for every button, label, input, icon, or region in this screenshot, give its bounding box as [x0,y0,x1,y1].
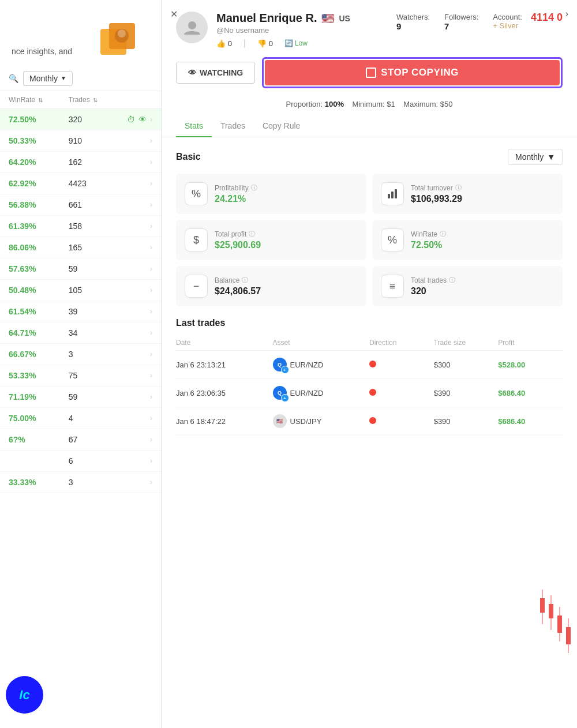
close-button[interactable]: ✕ [170,9,178,20]
list-item[interactable]: 71.19% 59 › [0,386,161,408]
trade-asset: 🇺🇸 USD/JPY [273,414,370,428]
list-item[interactable]: 86.06% 165 › [0,237,161,258]
trade-size: $390 [434,417,499,426]
list-item[interactable]: 56.88% 661 › [0,194,161,216]
stat-card-profitability: % Profitability ⓘ 24.21% [176,174,366,214]
trades-value: 3 [69,350,104,359]
filter-dropdown[interactable]: Monthly ▼ [23,71,73,86]
list-item[interactable]: 64.20% 162 › [0,152,161,173]
stat-card-balance: − Balance ⓘ $24,806.57 [176,266,366,306]
account-badge: + Silver [493,21,522,30]
trade-size: $300 [434,361,499,369]
table-row: Jan 6 23:06:35 Q + EUR/NZD $390 $686.40 [176,379,563,407]
back-button[interactable]: › [565,9,568,19]
list-item[interactable]: 33.33% 3 › [0,472,161,493]
section-title: Basic [176,152,201,162]
stats-section: Basic Monthly ▼ % Profitability ⓘ 24.21% [162,137,577,318]
trade-date: Jan 6 23:06:35 [176,389,273,397]
trade-profit: $686.40 [498,389,563,397]
search-icon[interactable]: 🔍 [9,74,18,83]
trades-header[interactable]: Trades ⇅ [69,96,104,104]
asset-icon: 🇺🇸 [273,414,287,428]
total-trades-icon: ≡ [381,275,404,298]
svg-point-3 [118,29,126,37]
svg-rect-13 [557,616,562,633]
trades-value: 158 [69,222,104,231]
profit-value: $25,900.69 [215,240,358,250]
winrate-value: 33.33% [9,478,69,487]
sort-arrow-trades: ⇅ [93,97,98,103]
stat-card-content: Profitability ⓘ 24.21% [215,183,358,204]
winrate-value: 53.33% [9,371,69,380]
stats-grid: % Profitability ⓘ 24.21% [176,174,563,306]
trades-value: 661 [69,200,104,209]
trade-date: Jan 6 23:13:21 [176,361,273,369]
list-item[interactable]: 66.67% 3 › [0,344,161,365]
section-header: Basic Monthly ▼ [176,149,563,165]
turnover-icon [381,182,404,205]
winrate-value: 50.33% [9,136,69,145]
copy-checkbox-icon [366,67,376,78]
svg-rect-11 [549,604,553,618]
row-icons: ⏱ 👁 › [104,115,152,124]
chevron-right-icon: › [150,371,152,380]
list-item[interactable]: 57.63% 59 › [0,258,161,280]
trade-asset: Q + EUR/NZD [273,358,370,371]
chevron-right-icon: › [150,243,152,252]
account-info: Account: + Silver [493,13,522,31]
direction-header: Direction [369,339,434,347]
list-item[interactable]: 62.92% 4423 › [0,173,161,194]
trades-value: 59 [69,392,104,401]
list-item[interactable]: 61.54% 39 › [0,301,161,322]
chevron-right-icon: › [150,137,152,145]
chevron-right-icon: › [150,222,152,230]
trade-size: $390 [434,389,499,397]
list-item[interactable]: 50.33% 910 › [0,130,161,152]
profile-name: Manuel Enrique R. 🇺🇸 US [216,12,388,25]
profitability-value: 24.21% [215,194,358,204]
tab-copy-rule[interactable]: Copy Rule [254,115,309,137]
tabs-bar: Stats Trades Copy Rule [162,115,577,137]
watchers-followers: Watchers: 9 Followers: 7 Account: + Silv… [396,13,522,31]
chevron-right-icon: › [150,158,152,166]
dislikes-stat: 👎 0 [257,39,273,48]
list-item[interactable]: 64.71% 34 › [0,322,161,344]
list-item[interactable]: 72.50% 320 ⏱ 👁 › [0,109,161,130]
winrate-value: 6?% [9,435,69,444]
country-code: US [339,14,350,23]
chevron-right-icon: › [150,350,152,358]
list-item[interactable]: 61.39% 158 › [0,216,161,237]
stop-copying-button[interactable]: STOP COPYING [265,60,560,85]
main-panel: ✕ › Manuel Enrique R. 🇺🇸 US @No username… [162,0,577,728]
stat-card-winrate: % WinRate ⓘ 72.50% [372,220,563,260]
list-item[interactable]: 50.48% 105 › [0,280,161,301]
winrate-value: 75.00% [9,414,69,423]
winrate-value: 66.67% [9,350,69,359]
winrate-value: 61.39% [9,222,69,231]
period-selector[interactable]: Monthly ▼ [508,149,563,165]
tab-trades[interactable]: Trades [212,115,254,137]
list-item[interactable]: 53.33% 75 › [0,365,161,386]
winrate-header[interactable]: WinRate ⇅ [9,96,69,104]
winrate-value: 72.50% [9,115,69,124]
stat-card-total-trades: ≡ Total trades ⓘ 320 [372,266,563,306]
direction-dot [369,389,376,396]
chevron-down-icon: ▼ [547,152,555,162]
list-item[interactable]: 6 › [0,451,161,472]
chevron-right-icon: › [150,201,152,209]
clock-icon: ⏱ [127,115,135,124]
profitability-icon: % [185,182,208,205]
tab-stats[interactable]: Stats [176,115,212,137]
trades-value: 165 [69,243,104,252]
watching-button[interactable]: 👁 WATCHING [176,62,255,84]
last-trades-title: Last trades [176,318,563,328]
stop-copying-wrapper: STOP COPYING [262,57,563,88]
name-text: Manuel Enrique R. [216,12,317,25]
winrate-value: 86.06% [9,243,69,252]
chevron-right-icon: › [150,329,152,337]
list-item[interactable]: 6?% 67 › [0,429,161,451]
list-item[interactable]: 75.00% 4 › [0,408,161,429]
chevron-right-icon: › [150,436,152,444]
trades-value: 910 [69,136,104,145]
watchers-item: Watchers: 9 [396,13,430,31]
